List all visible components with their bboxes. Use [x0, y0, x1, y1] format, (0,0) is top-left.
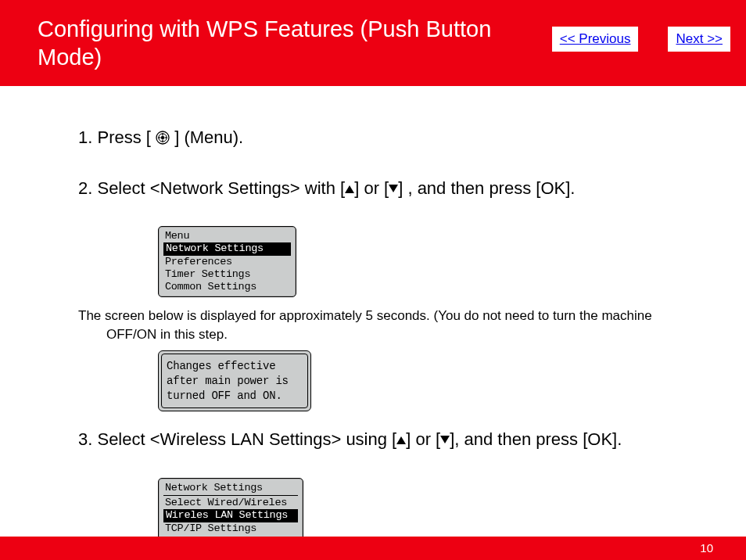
- lcd1-line4: Common Settings: [162, 281, 292, 293]
- note-text: The screen below is displayed for approx…: [78, 307, 691, 344]
- down-arrow-icon: [389, 185, 398, 192]
- lcd2-line1: Changes effective: [167, 359, 303, 374]
- lcd-panel-2-wrap: Changes effective after main power is tu…: [158, 350, 691, 412]
- previous-link[interactable]: << Previous: [552, 27, 639, 52]
- menu-button-icon: [156, 128, 170, 151]
- svg-point-2: [161, 136, 164, 139]
- content-area: 1. Press [ ] (Menu). 2. Select <Network …: [0, 86, 746, 551]
- lcd3-line3: TCP/IP Settings: [162, 522, 299, 535]
- lcd1-head: Menu: [162, 230, 292, 242]
- header-bar: Configuring with WPS Features (Push Butt…: [0, 0, 746, 86]
- lcd2-line2: after main power is: [167, 374, 303, 389]
- lcd1-line3: Timer Settings: [162, 268, 292, 281]
- note-line2: OFF/ON in this step.: [78, 325, 691, 344]
- lcd-panel-message: Changes effective after main power is tu…: [158, 350, 311, 412]
- step-3-text-a: 3. Select <Wireless LAN Settings> using …: [78, 429, 396, 449]
- lcd-panel-1-wrap: Menu Network Settings Preferences Timer …: [158, 226, 691, 297]
- step-2-text-a: 2. Select <Network Settings> with [: [78, 178, 345, 198]
- lcd-panel-menu: Menu Network Settings Preferences Timer …: [158, 226, 296, 297]
- step-3-text-mid: ] or [: [406, 429, 440, 449]
- nav-buttons: << Previous Next >>: [552, 27, 730, 52]
- step-1: 1. Press [ ] (Menu).: [78, 127, 691, 151]
- step-1-text-b: ] (Menu).: [174, 127, 243, 147]
- down-arrow-icon-2: [440, 436, 450, 443]
- step-2-text-b: ] , and then press [OK].: [398, 178, 575, 198]
- page-number: 10: [700, 541, 713, 555]
- page-title: Configuring with WPS Features (Push Butt…: [38, 15, 507, 72]
- footer-bar: 10: [0, 537, 746, 560]
- lcd3-head: Network Settings: [163, 482, 298, 496]
- step-2: 2. Select <Network Settings> with [] or …: [78, 178, 691, 200]
- lcd3-selected: Wireles LAN Settings: [163, 509, 298, 522]
- lcd3-line1: Select Wired/Wireles: [162, 497, 299, 509]
- note-line1: The screen below is displayed for approx…: [78, 308, 652, 323]
- lcd1-selected: Network Settings: [163, 242, 291, 255]
- step-3: 3. Select <Wireless LAN Settings> using …: [78, 429, 691, 451]
- up-arrow-icon: [345, 185, 354, 193]
- lcd1-line2: Preferences: [162, 256, 292, 268]
- up-arrow-icon-2: [396, 436, 406, 444]
- step-3-text-b: ], and then press [OK].: [450, 429, 622, 449]
- step-2-text-mid: ] or [: [354, 178, 389, 198]
- lcd2-line3: turned OFF and ON.: [167, 389, 303, 404]
- next-link[interactable]: Next >>: [668, 27, 730, 52]
- step-1-text-a: 1. Press [: [78, 127, 151, 147]
